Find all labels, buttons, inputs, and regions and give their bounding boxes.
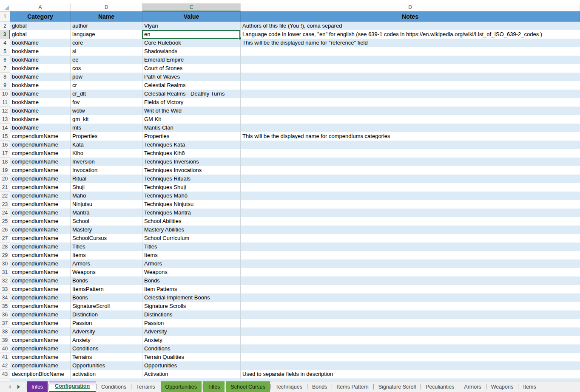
cell-category[interactable]: global — [10, 22, 71, 30]
cell-note[interactable] — [241, 217, 580, 226]
cell-category[interactable]: bookName — [10, 39, 71, 47]
cell-name[interactable]: Adversity — [71, 327, 142, 336]
sheet-tab-peculiarities[interactable]: Peculiarities — [421, 381, 459, 392]
cell-name[interactable]: Kiho — [71, 149, 142, 158]
cell-category[interactable]: compendiumName — [10, 192, 71, 200]
cell-value[interactable]: Activation — [142, 370, 241, 378]
cell-value-active[interactable]: en — [142, 30, 241, 39]
cell-category[interactable]: bookName — [10, 115, 71, 124]
cell-category[interactable]: descriptionBlocName — [10, 370, 71, 378]
cell-category[interactable]: bookName — [10, 98, 71, 107]
cell-name[interactable]: SignatureScroll — [71, 302, 142, 310]
select-all-corner[interactable] — [0, 3, 10, 11]
cell-note[interactable] — [241, 310, 580, 319]
row-number[interactable]: 23 — [0, 200, 10, 209]
cell-name[interactable]: ItemsPattern — [71, 285, 142, 293]
row-number[interactable]: 16 — [0, 141, 10, 149]
row-number[interactable]: 42 — [0, 361, 10, 370]
cell-category[interactable]: compendiumName — [10, 251, 71, 259]
sheet-tab-titles[interactable]: Titles — [203, 381, 225, 392]
cell-name[interactable]: SchoolCursus — [71, 234, 142, 243]
cell-category[interactable]: bookName — [10, 56, 71, 64]
cell-note[interactable] — [241, 47, 580, 56]
cell-name[interactable]: Boons — [71, 293, 142, 302]
cell-note[interactable] — [241, 327, 580, 336]
cell-name[interactable]: Conditions — [71, 344, 142, 353]
row-number[interactable]: 34 — [0, 293, 10, 302]
row-number[interactable]: 11 — [0, 98, 10, 107]
cell-category[interactable]: bookName — [10, 107, 71, 115]
cell-name[interactable]: wotw — [71, 107, 142, 115]
row-number[interactable]: 4 — [0, 39, 10, 47]
cell-note[interactable] — [241, 166, 580, 175]
cell-value[interactable]: GM Kit — [142, 115, 241, 124]
cell-category[interactable]: compendiumName — [10, 243, 71, 251]
cell-name[interactable]: Ritual — [71, 175, 142, 183]
cell-note[interactable] — [241, 319, 580, 327]
cell-value[interactable]: Techniques Shuji — [142, 183, 241, 192]
cell-note[interactable] — [241, 158, 580, 166]
cell-note[interactable] — [241, 107, 580, 115]
cell-category[interactable]: compendiumName — [10, 175, 71, 183]
cell-note[interactable] — [241, 302, 580, 310]
cell-note[interactable] — [241, 73, 580, 81]
sheet-tab-opportunities[interactable]: Opportunities — [161, 381, 202, 392]
prev-sheet-icon[interactable] — [9, 385, 11, 389]
row-number[interactable]: 8 — [0, 73, 10, 81]
cell-note[interactable] — [241, 183, 580, 192]
cell-category[interactable]: compendiumName — [10, 344, 71, 353]
cell-name[interactable]: cos — [71, 64, 142, 73]
cell-value[interactable]: Opportunities — [142, 361, 241, 370]
row-number[interactable]: 14 — [0, 124, 10, 132]
row-number[interactable]: 26 — [0, 226, 10, 234]
cell-note[interactable]: This will be the displayed name for comp… — [241, 132, 580, 141]
row-number[interactable]: 24 — [0, 209, 10, 217]
cell-name[interactable]: Properties — [71, 132, 142, 141]
cell-value[interactable]: Celestial Realms — [142, 81, 241, 90]
cell-value[interactable]: Titles — [142, 243, 241, 251]
cell-value[interactable]: Mantis Clan — [142, 124, 241, 132]
cell-note[interactable] — [241, 361, 580, 370]
row-number[interactable]: 30 — [0, 259, 10, 268]
row-number[interactable]: 3 — [0, 30, 10, 39]
cell-note[interactable] — [241, 56, 580, 64]
cell-category[interactable]: compendiumName — [10, 149, 71, 158]
row-number[interactable]: 36 — [0, 310, 10, 319]
cell-note[interactable] — [241, 293, 580, 302]
cell-name[interactable]: core — [71, 39, 142, 47]
cell-note[interactable] — [241, 98, 580, 107]
cell-note[interactable] — [241, 336, 580, 344]
cell-category[interactable]: compendiumName — [10, 336, 71, 344]
row-number[interactable]: 10 — [0, 90, 10, 98]
row-number[interactable]: 9 — [0, 81, 10, 90]
sheet-tab-signature-scroll[interactable]: Signature Scroll — [374, 381, 421, 392]
cell-category[interactable]: bookName — [10, 90, 71, 98]
row-number[interactable]: 41 — [0, 353, 10, 361]
cell-value[interactable]: Writ of the Wild — [142, 107, 241, 115]
cell-name[interactable]: Mantra — [71, 209, 142, 217]
row-number[interactable]: 19 — [0, 166, 10, 175]
sheet-tab-techniques[interactable]: Techniques — [271, 381, 307, 392]
cell-category[interactable]: compendiumName — [10, 141, 71, 149]
cell-name[interactable]: Weapons — [71, 268, 142, 276]
sheet-tab-school-cursus[interactable]: School Cursus — [226, 381, 270, 392]
cell-name[interactable]: Mastery — [71, 226, 142, 234]
cell-note[interactable] — [241, 81, 580, 90]
cell-name[interactable]: Armors — [71, 259, 142, 268]
cell-note[interactable] — [241, 141, 580, 149]
cell-value[interactable]: Vlyan — [142, 22, 241, 30]
row-number[interactable]: 37 — [0, 319, 10, 327]
cell-value[interactable]: Techniques Invocations — [142, 166, 241, 175]
cell-value[interactable]: Conditions — [142, 344, 241, 353]
cell-value[interactable]: Techniques Mantra — [142, 209, 241, 217]
cell-category[interactable]: compendiumName — [10, 183, 71, 192]
cell-category[interactable]: bookName — [10, 81, 71, 90]
cell-value[interactable]: Techniques Mahõ — [142, 192, 241, 200]
cell-note[interactable] — [241, 124, 580, 132]
row-number[interactable]: 33 — [0, 285, 10, 293]
cell-category[interactable]: compendiumName — [10, 319, 71, 327]
cell-value[interactable]: Passion — [142, 319, 241, 327]
sheet-tab-armors[interactable]: Armors — [459, 381, 486, 392]
cell-value[interactable]: Items — [142, 251, 241, 259]
row-number[interactable]: 27 — [0, 234, 10, 243]
